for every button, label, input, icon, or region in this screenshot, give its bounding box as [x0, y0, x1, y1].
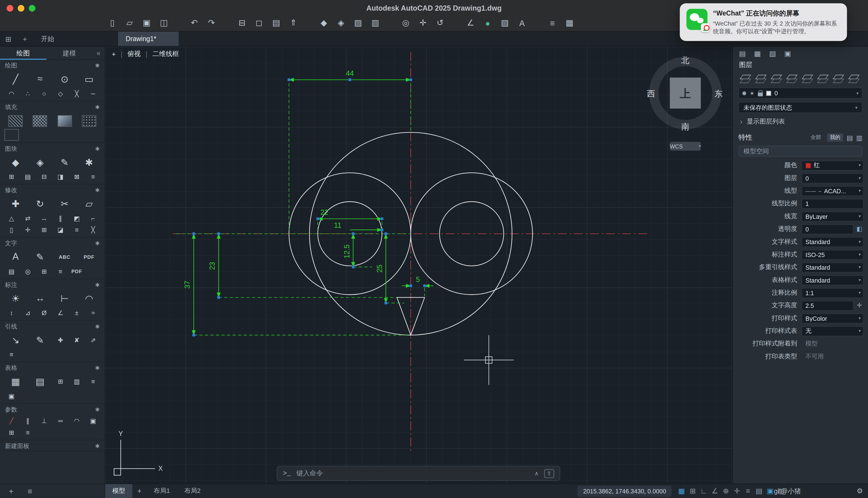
publish-icon[interactable]: ⇑ [288, 18, 299, 28]
angle-dimension-tool[interactable]: ∠ [52, 307, 69, 318]
zoom-icon[interactable]: ◎ [401, 18, 411, 28]
new-file-icon[interactable]: ▯ [107, 18, 118, 28]
dimension-12-5[interactable]: 12.5 [343, 234, 353, 267]
dimension-37[interactable]: 37 [183, 234, 194, 335]
layer-on-off-button[interactable] [769, 73, 784, 84]
multileader-tool[interactable]: ↘ [3, 332, 28, 349]
property-value-field[interactable]: —— – ByLayer ▾ [802, 211, 864, 221]
save-icon[interactable]: ▣ [142, 18, 152, 28]
visual-style-button[interactable]: 二维线框 [152, 49, 179, 59]
ellipse-tool[interactable]: ○ [36, 88, 52, 100]
tab-drawing1[interactable]: Drawing1* [118, 31, 179, 46]
table-cell-tool[interactable]: ⊞ [52, 376, 69, 388]
wechat-notification[interactable]: “WeChat” 正在访问你的屏幕 “WeChat” 已在过去 30 天 2 次… [680, 3, 847, 41]
region-tool[interactable]: ╳ [69, 88, 85, 100]
vertical-dimension-tool[interactable]: ↕ [3, 307, 20, 318]
compass-west-label[interactable]: 西 [647, 89, 655, 98]
property-value-field[interactable]: —— – Standard ▾ [802, 275, 864, 285]
object-snap-toggle[interactable]: ⊕ [720, 487, 732, 495]
gear-icon[interactable]: ✱ [95, 240, 99, 246]
layer-match-button[interactable] [830, 73, 846, 84]
insert-block-tool[interactable]: ◆ [3, 154, 28, 171]
redo-icon[interactable]: ↷ [206, 18, 216, 28]
tool-list-button[interactable]: ≡ [28, 486, 32, 495]
tab-overview-icon[interactable]: ⊞ [0, 31, 17, 46]
leader-edit-tool[interactable]: ✎ [28, 332, 52, 349]
jogged-dimension-tool[interactable]: ≈ [85, 307, 101, 318]
palette-tab-draw[interactable]: 绘图 [0, 46, 46, 60]
command-input[interactable]: 键入命令 [297, 469, 535, 478]
property-value-field[interactable]: —— – ACAD... ▾ [802, 186, 864, 196]
gear-icon[interactable]: ✱ [95, 282, 99, 288]
find-text-tool[interactable]: ◎ [19, 265, 36, 277]
dimensional-constraint-tool[interactable]: ⊞ [3, 427, 20, 438]
lineweight-toggle[interactable]: ≡ [743, 487, 754, 495]
data-link-tool[interactable]: ≡ [85, 376, 101, 388]
palette-collapse-icon[interactable]: « [92, 49, 105, 57]
show-layer-list[interactable]: › 显示图层列表 [733, 113, 868, 129]
view-direction-button[interactable]: 俯视 [127, 49, 141, 59]
text-icon[interactable]: A [517, 18, 527, 28]
block-attributes-tool[interactable]: ✱ [77, 154, 101, 171]
text-frame-tool[interactable]: ⊞ [36, 265, 52, 277]
table-export-tool[interactable]: ▣ [3, 390, 20, 402]
arc-dimension-tool[interactable]: ◠ [77, 290, 101, 307]
layer-properties-button[interactable] [846, 73, 862, 84]
annotation-visibility-toggle[interactable]: ▤ [754, 487, 765, 495]
layer-states-dropdown[interactable]: 未保存的图层状态 ▾ [738, 102, 863, 113]
linear-dimension-tool[interactable]: ↔ [28, 290, 52, 307]
layer-lock-button[interactable] [799, 73, 815, 84]
hatch-dots-icon[interactable] [77, 112, 101, 129]
dimension-25[interactable]: 25 [376, 234, 386, 303]
paragraph-tool[interactable]: ≡ [52, 265, 69, 277]
scope-mine-button[interactable]: 我的 [827, 133, 843, 142]
pdf-export-tool[interactable]: PDF [77, 249, 101, 265]
add-layout-button[interactable]: + [132, 487, 146, 495]
property-value-field[interactable]: —— – 红 ▾ [802, 160, 864, 170]
break-tool[interactable]: ╳ [85, 224, 101, 235]
property-value-field[interactable]: —— – ByColor ▾ [802, 313, 864, 323]
gear-icon[interactable]: ✱ [95, 323, 99, 329]
gear-icon[interactable]: ✱ [95, 104, 99, 110]
property-value-field[interactable]: —— – 1 ▾ [802, 198, 864, 209]
orbit-icon[interactable]: ↺ [435, 18, 445, 28]
layers-icon[interactable]: ≡ [547, 18, 557, 28]
new-layer-button[interactable] [737, 73, 753, 84]
property-settings-icon[interactable]: ▥ [856, 134, 863, 142]
property-value-field[interactable]: —— – ISO-25 ▾ [802, 250, 864, 260]
tangent-constraint-tool[interactable]: ◠ [69, 415, 85, 427]
compass-top-label[interactable]: 上 [679, 87, 691, 100]
page-setup-icon[interactable]: ▤ [271, 18, 281, 28]
dimension-11[interactable]: 11 [334, 221, 382, 230]
layer-isolate-button[interactable] [815, 73, 830, 84]
save-as-icon[interactable]: ◫ [159, 18, 169, 28]
polyline-tool[interactable]: ≈ [28, 71, 52, 88]
selection-grips[interactable] [192, 78, 426, 337]
leader-align-tool[interactable]: ⇗ [85, 334, 101, 346]
insert-block-icon[interactable]: ◆ [319, 18, 329, 28]
model-tab[interactable]: 模型 [105, 484, 132, 498]
property-value-field[interactable]: —— – 不可用 ▾ [802, 352, 864, 362]
horizontal-constraint-tool[interactable]: ═ [52, 415, 69, 427]
spline-tool[interactable]: ∼ [85, 88, 101, 100]
table-style-tool[interactable]: ▤ [28, 374, 52, 390]
command-options-icon[interactable]: ⇧ [544, 469, 554, 478]
create-block-tool[interactable]: ◈ [28, 154, 52, 171]
move-tool[interactable]: ✚ [3, 196, 28, 212]
scope-all-button[interactable]: 全部 [808, 133, 824, 142]
xref-icon[interactable]: ◈ [336, 18, 346, 28]
circle-tool[interactable]: ⊙ [52, 71, 77, 88]
rectangle-tool[interactable]: ▭ [77, 71, 101, 88]
layers-panel-icon[interactable]: ▦ [754, 49, 761, 57]
tool-sets-panel-icon[interactable]: ▤ [739, 49, 746, 57]
compass-south-label[interactable]: 南 [681, 122, 690, 131]
mtext-tool[interactable]: A [3, 249, 28, 265]
join-tool[interactable]: ≡ [69, 224, 85, 235]
diameter-dimension-tool[interactable]: Ø [36, 307, 52, 318]
point-tool[interactable]: ∴ [19, 88, 36, 100]
gear-icon[interactable]: ✱ [95, 146, 99, 152]
array-block-tool[interactable]: ⊞ [3, 171, 20, 182]
fillet-tool[interactable]: ◩ [69, 212, 85, 224]
measure-icon[interactable]: ∠ [465, 18, 476, 28]
gradient-fill-icon[interactable] [52, 112, 77, 129]
